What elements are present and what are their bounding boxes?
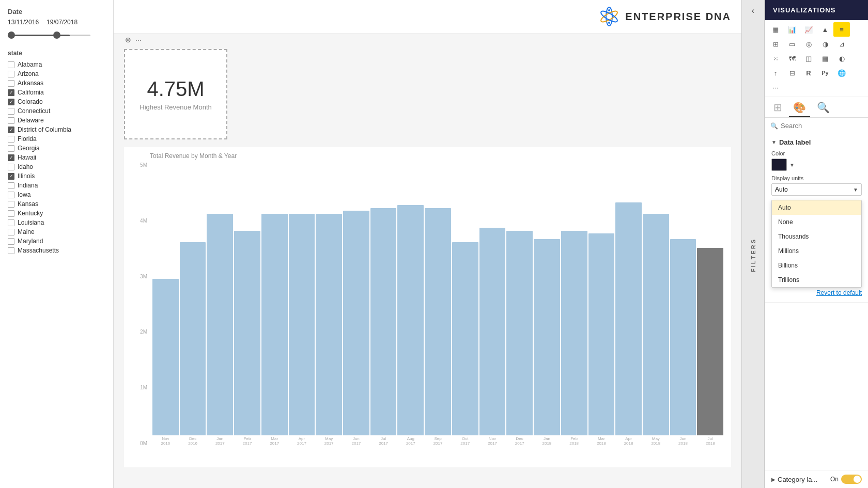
state-checkbox[interactable]	[8, 182, 14, 189]
viz-donut-icon[interactable]: ◎	[800, 37, 817, 51]
state-item[interactable]: Louisiana	[8, 218, 105, 227]
viz-treemap-icon[interactable]: ▦	[817, 51, 833, 66]
state-checkbox[interactable]	[8, 201, 14, 208]
state-item[interactable]: Alabama	[8, 60, 105, 69]
more-options-icon[interactable]: ···	[135, 36, 142, 44]
state-checkbox[interactable]	[8, 71, 14, 77]
collapse-panel-btn[interactable]: ‹	[742, 0, 764, 22]
state-checkbox[interactable]	[8, 108, 14, 115]
state-checkbox[interactable]	[8, 238, 14, 245]
bar-col[interactable]: May2017	[316, 162, 342, 446]
state-item[interactable]: Connecticut	[8, 106, 105, 116]
bar-col[interactable]: Jul2017	[370, 162, 397, 446]
bar-col[interactable]: Feb2017	[234, 162, 260, 446]
viz-line-icon[interactable]: 📈	[800, 22, 817, 37]
viz-slicer-icon[interactable]: ⊟	[784, 66, 800, 80]
state-item[interactable]: ✓Colorado	[8, 97, 105, 106]
bar-col[interactable]: Jan2018	[534, 162, 560, 446]
state-item[interactable]: Georgia	[8, 144, 105, 153]
state-item[interactable]: Florida	[8, 134, 105, 144]
category-toggle[interactable]	[841, 475, 862, 484]
state-checkbox[interactable]	[8, 192, 14, 198]
bar-col[interactable]: Nov2016	[152, 162, 179, 446]
viz-py-icon[interactable]: Py	[817, 66, 833, 80]
bar-col[interactable]: Mar2017	[261, 162, 288, 446]
state-item[interactable]: Delaware	[8, 116, 105, 125]
state-checkbox[interactable]	[8, 61, 14, 68]
state-item[interactable]: Maine	[8, 227, 105, 237]
state-checkbox[interactable]	[8, 247, 14, 254]
data-label-header[interactable]: ▼ Data label	[765, 134, 868, 150]
bar-col[interactable]: Mar2018	[588, 162, 615, 446]
state-item[interactable]: Indiana	[8, 181, 105, 190]
tab-fields[interactable]: ⊞	[769, 99, 786, 117]
option-thousands[interactable]: Thousands	[772, 229, 861, 244]
state-checkbox[interactable]	[8, 229, 14, 235]
viz-table-icon[interactable]: ≡	[833, 22, 850, 37]
option-auto[interactable]: Auto	[772, 200, 861, 215]
bar-col[interactable]: Apr2017	[289, 162, 315, 446]
state-item[interactable]: Arizona	[8, 69, 105, 78]
revert-link[interactable]: Revert to default	[816, 289, 862, 296]
viz-more-icon[interactable]: ···	[767, 80, 784, 95]
state-item[interactable]: ✓California	[8, 88, 105, 97]
bar-col[interactable]: Jan2017	[207, 162, 233, 446]
viz-area-icon[interactable]: ▲	[817, 22, 833, 37]
viz-pie-icon[interactable]: ◑	[817, 37, 833, 51]
state-item[interactable]: Iowa	[8, 190, 105, 199]
slider-left-thumb[interactable]	[8, 32, 15, 39]
bar-col[interactable]: Aug2017	[397, 162, 424, 446]
viz-r-icon[interactable]: R	[800, 66, 817, 80]
option-millions[interactable]: Millions	[772, 244, 861, 258]
display-units-dropdown[interactable]: Auto ▼	[771, 183, 862, 196]
state-checkbox[interactable]: ✓	[8, 173, 14, 180]
state-checkbox[interactable]	[8, 117, 14, 124]
viz-matrix-icon[interactable]: ⊞	[767, 37, 784, 51]
color-dropdown-arrow[interactable]: ▼	[789, 162, 795, 168]
state-checkbox[interactable]	[8, 164, 14, 170]
slider-right-thumb[interactable]	[53, 32, 60, 39]
state-item[interactable]: ✓District of Columbia	[8, 125, 105, 134]
state-checkbox[interactable]: ✓	[8, 89, 14, 96]
bar-col[interactable]: Oct2017	[452, 162, 478, 446]
state-item[interactable]: Idaho	[8, 162, 105, 171]
option-none[interactable]: None	[772, 215, 861, 229]
viz-card-icon[interactable]: ▭	[784, 37, 800, 51]
viz-funnel-icon[interactable]: ⊿	[833, 37, 850, 51]
color-swatch[interactable]	[771, 159, 787, 171]
state-item[interactable]: Arkansas	[8, 78, 105, 88]
option-trillions[interactable]: Trillions	[772, 273, 861, 287]
viz-scatter-icon[interactable]: ⁙	[767, 51, 784, 66]
bar-col[interactable]: Jun2017	[343, 162, 369, 446]
bar-col[interactable]: Dec2016	[180, 162, 206, 446]
bar-col[interactable]: Sep2017	[425, 162, 451, 446]
state-checkbox[interactable]	[8, 219, 14, 226]
option-billions[interactable]: Billions	[772, 258, 861, 273]
state-checkbox[interactable]: ✓	[8, 127, 14, 133]
state-item[interactable]: ✓Hawaii	[8, 153, 105, 162]
viz-bar-icon[interactable]: ▦	[767, 22, 784, 37]
viz-gauge-icon[interactable]: ◐	[833, 51, 850, 66]
state-checkbox[interactable]	[8, 210, 14, 217]
viz-filled-map-icon[interactable]: ◫	[800, 51, 817, 66]
bar-col[interactable]: Jun2018	[670, 162, 696, 446]
state-checkbox[interactable]	[8, 80, 14, 87]
state-item[interactable]: Maryland	[8, 237, 105, 246]
state-item[interactable]: Massachusetts	[8, 246, 105, 255]
bar-col[interactable]: Apr2018	[615, 162, 642, 446]
bar-col[interactable]: Nov2017	[479, 162, 506, 446]
category-label-row[interactable]: ▶ Category la... On	[765, 470, 868, 488]
viz-kpi-icon[interactable]: ↑	[767, 66, 784, 80]
tab-analytics[interactable]: 🔍	[813, 99, 834, 117]
viz-map-icon[interactable]: 🗺	[784, 51, 800, 66]
state-checkbox[interactable]: ✓	[8, 154, 14, 161]
state-checkbox[interactable]	[8, 145, 14, 152]
state-checkbox[interactable]	[8, 136, 14, 143]
viz-geo-icon[interactable]: 🌐	[833, 66, 850, 80]
bar-col[interactable]: May2018	[643, 162, 669, 446]
tab-format[interactable]: 🎨	[789, 99, 810, 117]
bar-col[interactable]: Jul2018	[697, 162, 723, 446]
bar-col[interactable]: Dec2017	[506, 162, 533, 446]
state-item[interactable]: Kansas	[8, 199, 105, 209]
bar-col[interactable]: Feb2018	[561, 162, 587, 446]
